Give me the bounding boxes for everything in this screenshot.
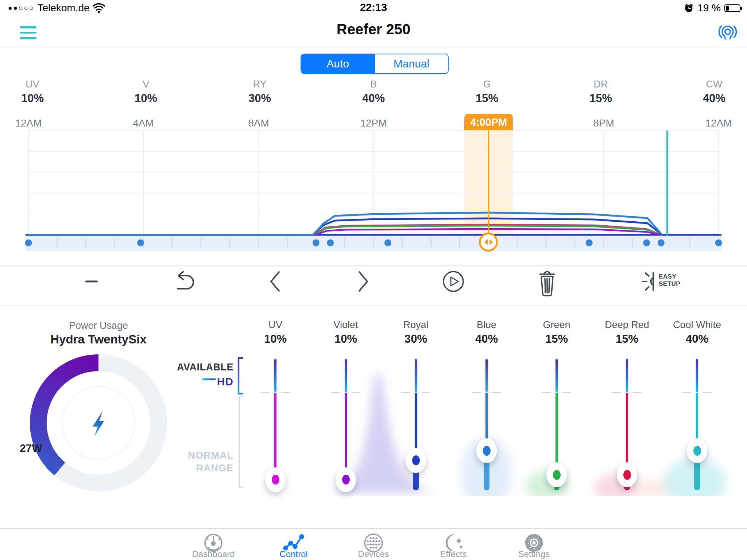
summary-value: 10%	[109, 92, 182, 105]
summary-label: B	[337, 79, 410, 90]
chevron-right-icon[interactable]	[359, 272, 367, 291]
nav-item-control[interactable]: Control	[250, 549, 337, 559]
thumb-dot	[553, 470, 561, 480]
channel-slider-royal[interactable]	[401, 355, 430, 494]
hd-boundary-dash	[331, 392, 340, 393]
hd-boundary-dash	[401, 392, 410, 393]
channel-name: Blue	[446, 319, 527, 331]
channel-name: Violet	[306, 319, 386, 331]
summary-label: V	[109, 79, 182, 90]
power-usage-label: Power Usage	[44, 320, 153, 331]
easy-setup-icon[interactable]	[643, 273, 653, 290]
nav-item-effects[interactable]: Effects	[410, 549, 497, 559]
hd-range-gradient	[274, 359, 276, 392]
slider-thumb[interactable]	[687, 438, 707, 463]
time-tick-label: 12PM	[337, 117, 410, 129]
clock-time: 22:13	[0, 1, 747, 13]
time-tick-label: 4AM	[107, 117, 180, 129]
hd-range-gradient	[485, 359, 488, 392]
app-root: ●●○○○ Telekom.de 22:13 19 % Reefer	[0, 0, 747, 560]
summary-value: 30%	[223, 92, 296, 105]
channel-percent: 40%	[657, 332, 737, 346]
hd-boundary-dash	[422, 392, 430, 393]
tab-manual[interactable]: Manual	[374, 54, 448, 73]
hd-boundary-dash	[542, 392, 551, 393]
hd-range-gradient	[556, 359, 558, 392]
hd-boundary-dash	[612, 392, 621, 393]
slider-thumb[interactable]	[265, 467, 286, 492]
summary-label: RY	[223, 79, 296, 90]
slider-thumb[interactable]	[546, 462, 567, 487]
time-tick-label: 8AM	[222, 117, 295, 129]
slider-thumb[interactable]	[476, 438, 497, 463]
hd-boundary-dash	[682, 392, 691, 393]
broadcast-icon[interactable]	[716, 20, 739, 43]
nav-item-settings[interactable]: Settings	[490, 549, 578, 559]
time-scrubber-handle[interactable]	[479, 233, 498, 252]
channel-slider-blue[interactable]	[472, 355, 501, 494]
slider-thumb[interactable]	[336, 467, 356, 492]
page-title: Reefer 250	[0, 21, 747, 38]
settings-icon[interactable]	[527, 536, 541, 550]
curve-cool-white	[28, 213, 662, 235]
slider-thumb[interactable]	[406, 448, 426, 473]
hd-boundary-dash	[472, 392, 481, 393]
nav-item-devices[interactable]: Devices	[330, 549, 417, 559]
summary-label: DR	[564, 79, 637, 90]
channel-percent: 15%	[516, 332, 597, 346]
channel-slider-violet[interactable]	[331, 355, 360, 494]
hd-boundary-dash	[352, 392, 360, 393]
thumb-dot	[412, 455, 420, 465]
hd-boundary-dash	[562, 392, 571, 393]
tab-auto[interactable]: Auto	[301, 54, 374, 73]
slider-fill-line	[345, 393, 347, 480]
trash-icon[interactable]	[540, 272, 554, 296]
channel-name: UV	[235, 319, 316, 331]
schedule-chart[interactable]	[0, 128, 747, 254]
thumb-dot	[483, 446, 491, 456]
undo-icon[interactable]	[178, 272, 193, 289]
summary-value: 15%	[564, 92, 637, 105]
channel-slider-green[interactable]	[542, 355, 571, 494]
hd-boundary-dash	[261, 392, 270, 393]
status-bar: ●●○○○ Telekom.de 22:13 19 %	[0, 0, 747, 16]
play-icon[interactable]	[444, 272, 463, 291]
summary-label: G	[450, 79, 523, 90]
summary-label: UV	[0, 79, 69, 90]
hd-range-gradient	[415, 359, 417, 392]
thumb-dot	[623, 470, 631, 480]
nav-item-dashboard[interactable]: Dashboard	[170, 549, 257, 559]
time-tick-label: 12AM	[682, 117, 747, 129]
summary-value: 10%	[0, 92, 69, 105]
channel-slider-uv[interactable]	[261, 355, 290, 494]
easy-setup-label[interactable]: EASY SETUP	[659, 273, 680, 288]
channel-name: Deep Red	[587, 319, 667, 331]
header-divider	[0, 47, 747, 47]
hd-boundary-dash	[492, 392, 501, 393]
time-tick-label: 8PM	[567, 117, 640, 129]
hd-boundary-dash	[281, 392, 290, 393]
channel-percent: 10%	[235, 332, 316, 346]
channel-slider-deep-red[interactable]	[612, 355, 642, 494]
time-tick-label: 12AM	[0, 117, 65, 129]
alarm-icon	[684, 3, 694, 13]
channel-percent: 10%	[306, 332, 386, 346]
thumb-dot	[693, 446, 701, 456]
thumb-dot	[272, 475, 279, 485]
channel-percent: 15%	[587, 332, 667, 346]
channel-percent: 40%	[446, 332, 527, 346]
summary-value: 40%	[678, 92, 747, 105]
control-icon[interactable]	[284, 535, 303, 550]
thumb-dot	[342, 475, 350, 485]
chevron-left-icon[interactable]	[271, 272, 279, 291]
hd-range-gradient	[696, 359, 698, 392]
channel-slider-cool-white[interactable]	[682, 355, 712, 494]
hd-range-gradient	[626, 359, 628, 392]
summary-value: 15%	[450, 92, 523, 105]
hd-boundary-dash	[703, 392, 712, 393]
slider-fill-line	[274, 393, 276, 480]
slider-thumb[interactable]	[617, 462, 637, 487]
summary-value: 40%	[337, 92, 410, 105]
mode-segmented-control: Auto Manual	[301, 54, 449, 74]
channel-name: Green	[516, 319, 597, 331]
